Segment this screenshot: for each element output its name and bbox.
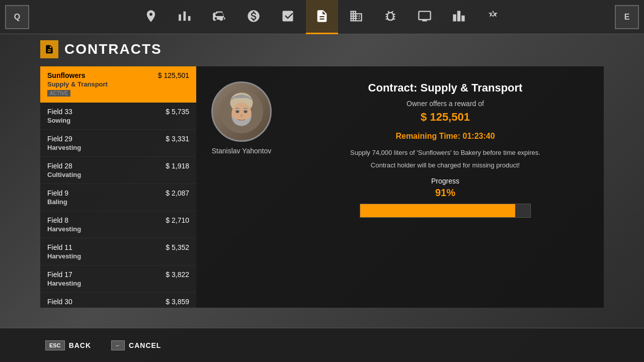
contract-list-item-1[interactable]: Sunflowers$ 125,501Supply & TransportACT…	[40, 66, 196, 103]
bottom-bar: ESC BACK ← CANCEL	[0, 328, 644, 362]
portrait-area: Stanislav Yahontov	[211, 81, 272, 155]
settings-icon	[486, 9, 500, 23]
contract-item-name: Field 28	[47, 162, 72, 170]
page-title-area: CONTRACTS	[40, 40, 604, 58]
contract-item-name: Field 9	[47, 189, 68, 197]
contract-item-name: Sunflowers	[47, 71, 85, 79]
back-label: BACK	[69, 341, 91, 349]
progress-bar-fill	[360, 204, 515, 217]
contract-item-name: Field 33	[47, 108, 72, 116]
nav-icon-stats[interactable]	[169, 0, 201, 34]
nav-icon-map[interactable]	[135, 0, 167, 34]
contract-list-item-5[interactable]: Field 9$ 2,087Baling	[40, 184, 196, 211]
portrait-circle	[211, 81, 272, 142]
contract-item-type: Sowing	[47, 117, 189, 124]
nav-icon-contracts[interactable]	[306, 0, 338, 34]
contract-item-type: Harvesting	[47, 307, 189, 308]
contract-list-item-2[interactable]: Field 33$ 5,735Sowing	[40, 103, 196, 130]
map-icon	[144, 9, 158, 23]
contract-item-price: $ 2,710	[166, 216, 189, 224]
nav-icon-money[interactable]	[237, 0, 270, 34]
nav-icon-animals[interactable]	[272, 0, 304, 34]
nav-icon-settings[interactable]	[477, 0, 509, 34]
nav-icon-workers[interactable]	[374, 0, 407, 34]
top-nav: Q	[0, 0, 644, 34]
cancel-key: ←	[111, 340, 125, 350]
e-key-label: E	[624, 13, 630, 22]
nav-icon-productions[interactable]	[340, 0, 372, 34]
contract-list-item-9[interactable]: Field 30$ 3,859Harvesting	[40, 293, 196, 308]
content-split: Sunflowers$ 125,501Supply & TransportACT…	[40, 66, 604, 308]
contract-list-item-4[interactable]: Field 28$ 1,918Cultivating	[40, 157, 196, 184]
cancel-label: CANCEL	[129, 341, 161, 349]
svg-point-4	[244, 110, 248, 113]
productions-icon	[349, 9, 363, 23]
nav-icons-center	[135, 0, 509, 34]
q-key-label: Q	[14, 13, 20, 22]
svg-point-3	[235, 110, 239, 113]
animals-icon	[281, 9, 295, 23]
contract-item-name: Field 8	[47, 216, 68, 224]
screen-icon	[418, 9, 432, 23]
contract-item-price: $ 125,501	[158, 71, 189, 79]
nav-icon-leaderboard[interactable]	[443, 0, 475, 34]
q-key-button[interactable]: Q	[5, 5, 29, 29]
e-key-button[interactable]: E	[615, 5, 639, 29]
progress-label: Progress	[431, 177, 459, 185]
nav-left: Q	[5, 5, 29, 29]
cancel-button[interactable]: ← CANCEL	[106, 337, 166, 353]
contract-item-name: Field 11	[47, 243, 72, 251]
contract-list-item-3[interactable]: Field 29$ 3,331Harvesting	[40, 130, 196, 157]
contracts-title-icon	[44, 44, 54, 54]
contract-item-price: $ 2,087	[166, 189, 189, 197]
contract-charge-note: Contract holder will be charged for miss…	[371, 161, 520, 169]
nav-icon-screen[interactable]	[409, 0, 441, 34]
contract-list-item-6[interactable]: Field 8$ 2,710Harvesting	[40, 211, 196, 238]
contract-item-price: $ 5,352	[166, 243, 189, 251]
leaderboard-icon	[452, 9, 466, 23]
tractor-icon	[212, 9, 226, 23]
detail-main-section: Contract: Supply & Transport Owner offer…	[307, 81, 584, 218]
contract-item-type: Harvesting	[47, 252, 189, 260]
page-title: CONTRACTS	[64, 41, 162, 57]
back-key: ESC	[45, 340, 65, 350]
workers-icon	[383, 9, 397, 23]
contract-item-type: Harvesting	[47, 144, 189, 151]
contract-detail: Stanislav Yahontov Contract: Supply & Tr…	[196, 66, 604, 308]
contract-list[interactable]: Sunflowers$ 125,501Supply & TransportACT…	[40, 66, 196, 308]
contract-item-name: Field 30	[47, 298, 72, 306]
contract-reward: $ 125,501	[421, 111, 470, 124]
title-icon	[40, 40, 58, 58]
contract-item-name: Field 17	[47, 270, 72, 279]
contract-item-badge: ACTIVE	[47, 90, 70, 97]
contract-item-type: Harvesting	[47, 280, 189, 287]
progress-bar	[360, 204, 531, 218]
contract-item-type: Supply & Transport	[47, 80, 189, 88]
portrait-image	[219, 89, 264, 134]
nav-right: E	[615, 5, 639, 29]
contract-timer: Remaining Time: 01:23:40	[395, 132, 495, 141]
nav-icon-tractor[interactable]	[203, 0, 235, 34]
money-icon	[247, 9, 261, 23]
contract-item-price: $ 3,331	[166, 135, 189, 143]
main-content: CONTRACTS Sunflowers$ 125,501Supply & Tr…	[40, 40, 604, 322]
contract-list-item-7[interactable]: Field 11$ 5,352Harvesting	[40, 238, 196, 265]
portrait-name: Stanislav Yahontov	[212, 147, 272, 155]
contract-item-type: Harvesting	[47, 225, 189, 233]
contract-list-item-8[interactable]: Field 17$ 3,822Harvesting	[40, 265, 196, 293]
contracts-icon	[315, 9, 329, 23]
contract-item-price: $ 3,822	[166, 270, 189, 279]
progress-percent: 91%	[435, 187, 455, 199]
contract-item-type: Baling	[47, 198, 189, 206]
contract-owner-label: Owner offers a reward of	[407, 100, 484, 108]
back-button[interactable]: ESC BACK	[40, 337, 96, 353]
contract-item-price: $ 5,735	[166, 108, 189, 116]
contract-item-type: Cultivating	[47, 171, 189, 178]
stats-icon	[178, 9, 192, 23]
contract-detail-title: Contract: Supply & Transport	[368, 81, 523, 95]
contract-item-price: $ 3,859	[166, 298, 189, 306]
contract-item-name: Field 29	[47, 135, 72, 143]
contract-description: Supply 74,000 liters of 'Sunflowers' to …	[350, 148, 540, 158]
contract-item-price: $ 1,918	[166, 162, 189, 170]
